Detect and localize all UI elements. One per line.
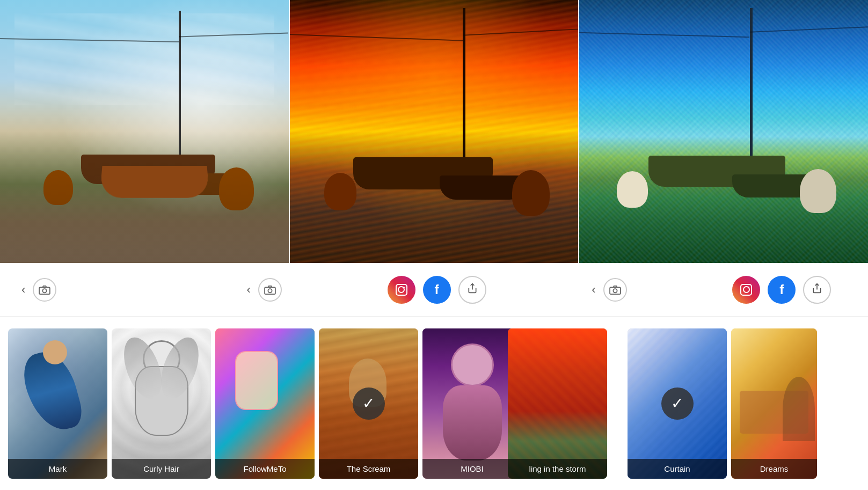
filter-item-followmeto[interactable]: FollowMeTo [215,328,315,479]
panel3-controls: ‹ [523,278,695,302]
share-icon-right [812,283,822,296]
camera-icon [39,285,50,295]
panel1-controls: ‹ [0,278,178,302]
filter-label-followmeto: FollowMeTo [215,459,315,479]
panel-original [0,0,289,263]
filter-item-curlyhair[interactable]: Curly Hair [112,328,211,479]
panel2-back-button[interactable]: ‹ [246,283,250,297]
instagram-button-center[interactable] [388,276,415,304]
panel2-camera-button[interactable] [258,278,282,302]
right-share-buttons: f [696,276,868,304]
panel-scream [289,0,579,263]
filter-item-scream[interactable]: ✓ The Scream [319,328,418,479]
svg-point-1 [43,289,47,292]
svg-point-6 [613,289,617,292]
panel2-controls: ‹ [178,278,350,302]
share-icon-center [467,283,478,296]
panel-vangogh [578,0,868,263]
controls-section: ‹ ‹ f [0,263,868,317]
filter-item-mark[interactable]: Mark [8,328,107,479]
filter-item-miobi[interactable]: MIOBI [422,328,522,479]
filter-selected-curtain: ✓ [661,387,694,420]
filter-item-storm[interactable]: ling in the storm [508,328,607,479]
svg-point-3 [268,289,272,292]
filter-item-curtain[interactable]: ✓ Curtain [628,328,727,479]
facebook-icon-right: f [779,282,784,297]
instagram-icon-right [740,284,752,296]
panel3-back-button[interactable]: ‹ [592,283,595,297]
filter-label-mark: Mark [8,459,107,479]
instagram-icon-center [396,284,407,296]
facebook-button-center[interactable]: f [423,276,451,304]
center-share-buttons: f [351,276,523,304]
panel3-camera-button[interactable] [603,278,627,302]
camera-icon-3 [609,285,621,295]
filter-label-miobi: MIOBI [422,459,522,479]
panel1-back-button[interactable]: ‹ [21,283,25,297]
filter-label-curlyhair: Curly Hair [112,459,211,479]
filter-label-scream: The Scream [319,459,418,479]
share-button-right[interactable] [803,276,831,304]
filter-label-curtain: Curtain [628,459,727,479]
panel1-camera-button[interactable] [33,278,56,302]
filters-section: Mark Curly Hair FollowMeTo ✓ The Scream [0,317,868,490]
share-button-center[interactable] [458,276,486,304]
camera-icon-2 [264,285,276,295]
filter-label-storm: ling in the storm [508,459,607,479]
filter-label-dreams: Dreams [731,459,817,479]
facebook-button-right[interactable]: f [768,276,796,304]
images-section [0,0,868,263]
filter-item-dreams[interactable]: Dreams [731,328,817,479]
filter-selected-scream: ✓ [353,387,385,420]
instagram-button-right[interactable] [732,276,760,304]
facebook-icon-center: f [435,282,439,297]
